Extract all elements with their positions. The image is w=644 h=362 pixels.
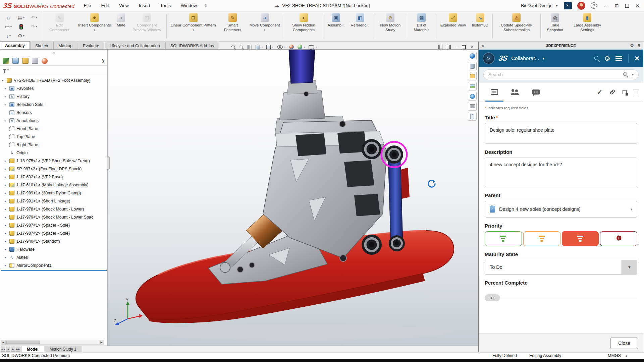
bearing[interactable] [362,235,382,255]
zoom-fit-icon[interactable] [231,45,236,49]
tree-item-component[interactable]: ▸1-17-940<1> (Standoff) [0,237,107,245]
slider-handle[interactable]: 0% [485,294,500,301]
tree-item-annotations[interactable]: ▸AAnnotations [0,117,107,125]
tab-assembly[interactable]: Assembly [0,41,30,49]
tab-markup[interactable]: Markup [53,42,77,49]
tree-item-component[interactable]: ▸1-17-987<1> (Spacer - Sole) [0,221,107,229]
property-manager-tab-icon[interactable] [12,58,19,64]
view-settings-icon[interactable] [309,45,314,49]
tree-item-component[interactable]: ▸1-18-975<1> (VF2 Shoe Sole w/ Tread) [0,157,107,165]
appearances-scenes-tab-icon[interactable] [468,92,477,101]
forum-tab-icon[interactable] [468,112,477,121]
update-speedpak-button[interactable]: ⚠ Update SpeedPak Subassemblies [494,12,539,41]
save-button[interactable]: ▤▾ [15,15,28,21]
linear-component-pattern-button[interactable]: ⊟ Linear Component Pattern ▾ [168,12,219,41]
duplicate-icon[interactable] [623,90,627,94]
large-assembly-settings-button[interactable]: ▮ Large Assembly Settings [569,12,606,41]
tab-motion-study[interactable]: Motion Study 1 [44,346,82,352]
new-motion-study-button[interactable]: ⚙ New Motion Study [375,12,406,41]
description-field[interactable]: 4 new concept designs for the VF2 [485,158,637,187]
configuration-manager-tab-icon[interactable] [22,58,29,64]
tab-properties[interactable] [484,82,505,102]
orientation-triad[interactable]: Y Z [114,298,151,328]
new-document-button[interactable]: ▭▾ [2,24,15,30]
tree-item-component[interactable]: ▸1-17-987<2> (Spacer - Sole) [0,229,107,237]
search-icon[interactable] [594,56,599,61]
chevron-down-icon[interactable]: ▾ [632,73,634,76]
file-explorer-tab-icon[interactable] [468,72,477,80]
tree-root[interactable]: ▸VF2-SHOE TREAD (VF2 Foot Assembly) [0,76,107,84]
assembly-features-button[interactable]: ▣ Assemb... [324,12,347,41]
tree-item-component[interactable]: ▸1-17-979<1> (Shock Mount - Lower Spac [0,213,107,221]
gear-icon[interactable]: ⚙ [630,43,634,48]
title-field[interactable]: Design sole: regular shoe plate [485,123,637,144]
exploded-view-button[interactable]: ⤢ Exploded View [437,12,469,41]
show-hidden-components-button[interactable]: ◐ Show Hidden Components [285,12,322,41]
tab-evaluate[interactable]: Evaluate [78,42,104,49]
menu-file[interactable]: File [83,2,92,9]
expand-panel-icon[interactable]: ❯ [101,59,105,63]
prev-tab-icon[interactable]: ◄ [6,347,10,352]
tree-item-component[interactable]: ▸SP-997<2> (Fox Float DPS Shock) [0,165,107,173]
panel-grip[interactable] [0,50,107,56]
search-box[interactable]: ▾ [483,69,639,80]
close-button[interactable]: ✕ [635,3,641,8]
bearing[interactable] [389,235,405,251]
apply-scene-icon[interactable] [298,45,302,49]
search-input[interactable] [488,72,624,77]
tab-comments[interactable] [526,82,546,102]
tree-item-component[interactable]: ▸1-17-989<1> (30mm Pylon Clamp) [0,189,107,197]
priority-medium-button[interactable] [523,231,560,246]
collapse-panel-icon[interactable]: « [481,43,484,48]
maturity-state-select[interactable]: To Do ▼ [485,260,637,275]
parent-select[interactable]: Design 4 new soles [concept designs] ▾ [485,201,637,218]
tab-lifecycle-collaboration[interactable]: Lifecycle and Collaboration [105,42,165,49]
tab-solidworks-add-ins[interactable]: SOLIDWORKS Add-Ins [165,42,219,49]
tree-item-top-plane[interactable]: Top Plane [0,133,107,141]
slider-track[interactable] [500,298,637,298]
display-style-icon[interactable] [266,45,271,49]
mate-button[interactable]: ⤷ Mate [114,12,128,41]
display-manager-tab-icon[interactable] [32,58,38,64]
complete-task-icon[interactable]: ✓ [597,88,602,96]
tree-item-mates[interactable]: ▸∿Mates [0,253,107,261]
menu-insert[interactable]: Insert [138,2,151,9]
search-submit-icon[interactable] [623,72,628,77]
doc-close-icon[interactable]: ✕ [470,44,474,49]
custom-properties-tab-icon[interactable] [468,102,477,111]
close-panel-button[interactable]: Close [610,338,638,349]
dx-apps-tab-icon[interactable] [42,58,48,64]
bill-of-materials-button[interactable]: ▦ Bill of Materials [408,12,435,41]
menu-tools[interactable]: Tools [160,2,172,9]
instant3d-button[interactable]: ↘ Instant3D [469,12,491,41]
options-gear-button[interactable]: ⚙▾ [15,33,28,39]
minimize-button[interactable]: ‒ [602,3,608,8]
status-units[interactable]: MMGS▴ [608,353,627,358]
move-component-button[interactable]: ➜ Move Component ▾ [247,12,283,41]
tree-item-component[interactable]: ▸1-17-610<1> (Main Linkage Assembly) [0,181,107,189]
tree-horizontal-scrollbar[interactable]: ◀ ▶ [1,340,104,345]
command-console-icon[interactable]: >_ [564,2,572,9]
zoom-area-icon[interactable] [239,45,244,49]
smart-fasteners-button[interactable]: ✎ Smart Fasteners [219,12,247,41]
edit-appearance-icon[interactable] [289,45,294,49]
workspace-selector[interactable]: BioDapt Design ▼ [521,3,558,8]
pin-panel-icon[interactable]: ✎ [636,43,642,48]
3dexperience-tab-icon[interactable] [468,52,477,60]
tree-filter[interactable]: ▾ [0,66,107,74]
tag-icon[interactable] [604,55,610,61]
hamburger-menu-icon[interactable] [615,56,622,57]
undo-button[interactable]: ↶▾ [28,15,40,21]
rebuild-button[interactable]: ↓▾ [2,33,15,39]
link-icon[interactable] [609,89,615,95]
bearing[interactable] [362,139,382,159]
viewport-grid-button[interactable]: ⊞ [614,3,620,8]
view-orientation-icon[interactable] [256,45,260,49]
scroll-right-icon[interactable]: ▶ [99,340,104,344]
tree-item-front-plane[interactable]: Front Plane [0,125,107,133]
tab-sketch[interactable]: Sketch [30,42,53,49]
tree-item-origin[interactable]: ↳Origin [0,149,107,157]
next-tab-icon[interactable]: ▶ [11,347,15,352]
app-switcher[interactable]: Collaborat... ▾ [511,55,544,61]
last-tab-icon[interactable]: ▶▶ [16,347,20,352]
